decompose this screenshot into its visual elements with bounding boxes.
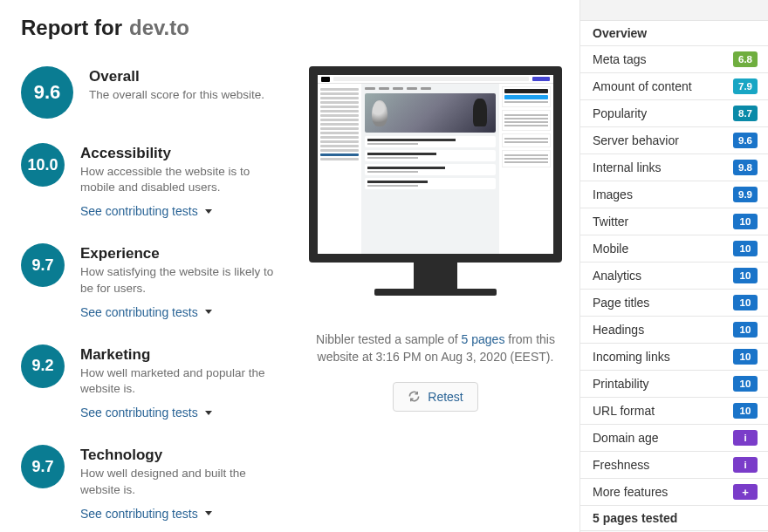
sidebar-item-page-titles[interactable]: Page titles10: [580, 290, 768, 317]
score-badge: 10: [733, 376, 758, 392]
score-accessibility: 10.0AccessibilityHow accessible the webs…: [21, 143, 300, 219]
sidebar-item-url-format[interactable]: URL format10: [580, 398, 768, 425]
scores-column: 9.6OverallThe overall score for this web…: [21, 66, 300, 532]
score-badge: 8.7: [733, 106, 758, 121]
score-marketing: 9.2MarketingHow well marketed and popula…: [21, 344, 300, 420]
sidebar-item-headings[interactable]: Headings10: [580, 317, 768, 344]
site-preview-monitor: [309, 66, 562, 296]
sidebar-item-internal-links[interactable]: Internal links9.8: [580, 154, 768, 181]
sidebar-item-label: Freshness: [593, 458, 649, 472]
score-badge: 10: [733, 349, 758, 365]
sidebar: Overview Meta tags6.8Amount of content7.…: [579, 0, 768, 532]
score-overall: 9.6OverallThe overall score for this web…: [21, 66, 300, 119]
sidebar-item-images[interactable]: Images9.9: [580, 181, 768, 208]
title-domain: dev.to: [129, 16, 189, 40]
score-heading: Experience: [80, 245, 281, 263]
score-experience: 9.7ExperienceHow satisfying the website …: [21, 243, 300, 319]
score-heading: Overall: [89, 68, 264, 85]
sidebar-item-label: Meta tags: [593, 52, 646, 66]
retest-button[interactable]: Retest: [393, 382, 477, 412]
sidebar-item-label: URL format: [593, 404, 655, 418]
score-badge: i: [733, 430, 758, 446]
chevron-down-icon: [205, 511, 212, 515]
refresh-icon: [408, 390, 421, 403]
sidebar-item-popularity[interactable]: Popularity8.7: [580, 100, 768, 127]
title-prefix: Report for: [21, 16, 122, 40]
sidebar-item-label: Domain age: [593, 431, 659, 445]
sidebar-item-freshness[interactable]: Freshnessi: [580, 452, 768, 479]
score-badge: 9.6: [733, 133, 758, 148]
score-badge: +: [733, 484, 758, 500]
preview-caption: Nibbler tested a sample of 5 pages from …: [313, 331, 558, 366]
score-badge: 9.9: [733, 187, 758, 202]
score-badge: 9.7: [21, 445, 65, 488]
sidebar-item-label: Popularity: [593, 106, 647, 120]
sidebar-item-analytics[interactable]: Analytics10: [580, 263, 768, 290]
score-badge: 10.0: [21, 143, 65, 187]
chevron-down-icon: [205, 411, 212, 415]
sidebar-item-label: Internal links: [593, 160, 662, 174]
score-desc: The overall score for this website.: [89, 87, 264, 103]
sidebar-item-label: Page titles: [593, 296, 649, 310]
score-badge: 9.8: [733, 160, 758, 175]
pages-link[interactable]: 5 pages: [462, 332, 505, 346]
score-badge: 9.2: [21, 344, 65, 388]
sidebar-item-label: Incoming links: [593, 350, 670, 364]
contributing-tests-link[interactable]: See contributing tests: [80, 204, 212, 218]
score-badge: 10: [733, 241, 758, 256]
score-desc: How accessible the website is to mobile …: [80, 164, 281, 195]
sidebar-item-label: Twitter: [593, 215, 628, 228]
chevron-down-icon: [205, 310, 212, 314]
sidebar-item-label: Mobile: [593, 242, 628, 256]
sidebar-item-domain-age[interactable]: Domain agei: [580, 425, 768, 452]
score-badge: 10: [733, 403, 758, 419]
sidebar-item-twitter[interactable]: Twitter10: [580, 208, 768, 235]
score-heading: Marketing: [80, 346, 281, 364]
sidebar-item-meta-tags[interactable]: Meta tags6.8: [580, 46, 768, 73]
sidebar-item-mobile[interactable]: Mobile10: [580, 235, 768, 263]
sidebar-item-server-behavior[interactable]: Server behavior9.6: [580, 127, 768, 154]
retest-label: Retest: [428, 390, 463, 404]
preview-column: Nibbler tested a sample of 5 pages from …: [309, 66, 562, 532]
score-technology: 9.7TechnologyHow well designed and built…: [21, 445, 300, 521]
sidebar-item-label: Amount of content: [593, 79, 692, 93]
score-desc: How satisfying the website is likely to …: [80, 264, 281, 296]
sidebar-item-label: Images: [593, 188, 633, 201]
score-heading: Technology: [80, 447, 281, 464]
sidebar-overview[interactable]: Overview: [580, 21, 768, 46]
score-badge: 9.7: [21, 243, 65, 287]
score-desc: How well marketed and popular the websit…: [80, 365, 281, 397]
score-badge: 10: [733, 322, 758, 338]
sidebar-footer: 5 pages tested: [580, 506, 768, 531]
score-badge: 10: [733, 214, 758, 229]
contributing-tests-link[interactable]: See contributing tests: [80, 305, 212, 319]
sidebar-item-label: More features: [593, 485, 668, 499]
sidebar-item-incoming-links[interactable]: Incoming links10: [580, 344, 768, 371]
sidebar-item-amount-of-content[interactable]: Amount of content7.9: [580, 73, 768, 100]
sidebar-item-label: Printability: [593, 377, 649, 391]
score-badge: i: [733, 457, 758, 473]
sidebar-item-printability[interactable]: Printability10: [580, 371, 768, 398]
chevron-down-icon: [205, 209, 212, 214]
score-badge: 9.6: [21, 66, 73, 119]
score-badge: 10: [733, 295, 758, 310]
score-badge: 10: [733, 268, 758, 283]
score-heading: Accessibility: [80, 145, 281, 162]
score-badge: 6.8: [733, 51, 758, 67]
page-title: Report for dev.to: [21, 16, 562, 40]
contributing-tests-link[interactable]: See contributing tests: [80, 507, 212, 521]
sidebar-item-label: Analytics: [593, 269, 641, 283]
sidebar-item-label: Headings: [593, 323, 644, 337]
sidebar-item-more-features[interactable]: More features+: [580, 479, 768, 506]
score-badge: 7.9: [733, 78, 758, 94]
sidebar-item-label: Server behavior: [593, 133, 679, 147]
contributing-tests-link[interactable]: See contributing tests: [80, 406, 212, 419]
score-desc: How well designed and built the website …: [80, 466, 281, 497]
